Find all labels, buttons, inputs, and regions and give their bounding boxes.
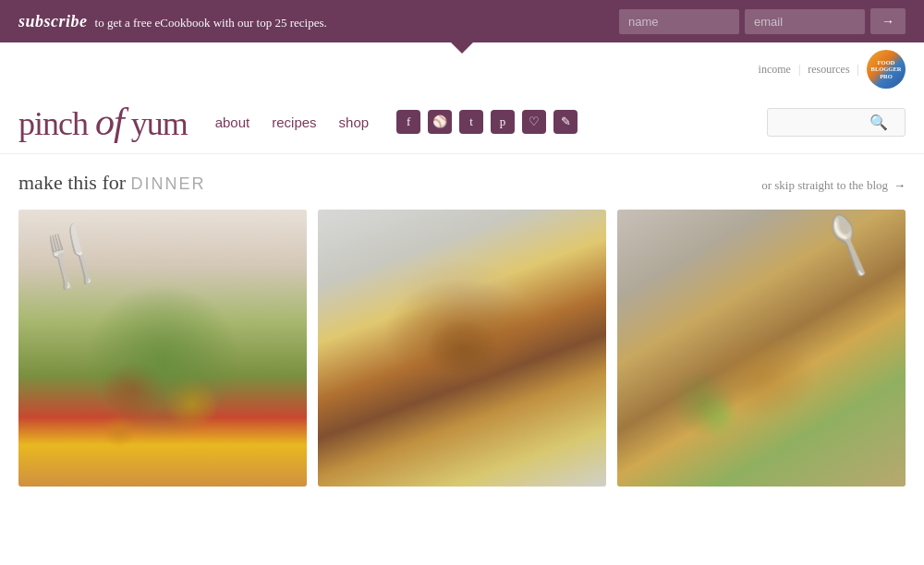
main-header: pinch of yum about recipes shop f ⚾ t p … [0, 96, 924, 154]
about-nav-link[interactable]: about [215, 114, 250, 130]
bloglovin-icon[interactable]: ♡ [522, 110, 546, 134]
main-nav: about recipes shop [215, 114, 369, 130]
spoon-icon: 🥄 [813, 210, 885, 281]
site-logo[interactable]: pinch of yum [18, 100, 188, 144]
feedburner-icon[interactable]: ✎ [553, 110, 578, 134]
subscribe-text: subscribe to get a free eCookbook with o… [18, 12, 327, 31]
dinner-label: DINNER [131, 174, 206, 193]
skip-arrow: → [894, 178, 906, 193]
shop-nav-link[interactable]: shop [339, 114, 370, 130]
make-this-for-banner: make this for DINNER or skip straight to… [18, 171, 906, 195]
food-blogger-pro-badge[interactable]: FOODBLOGGERPRO [867, 50, 906, 89]
nav-divider-1: | [798, 63, 800, 77]
fork-icon: 🍴 [28, 216, 112, 297]
subscribe-keyword: subscribe [18, 12, 88, 31]
resources-link[interactable]: resources [808, 63, 849, 77]
email-input[interactable] [745, 9, 865, 34]
social-icons: f ⚾ t p ♡ ✎ [396, 110, 578, 134]
make-this-for-text: make this for DINNER [18, 171, 206, 195]
subscribe-description: to get a free eCookbook with our top 25 … [95, 16, 327, 30]
search-icon[interactable]: 🔍 [869, 114, 888, 131]
subscribe-bar: subscribe to get a free eCookbook with o… [0, 0, 924, 42]
pinterest-icon[interactable]: p [491, 110, 515, 134]
twitter-icon[interactable]: t [459, 110, 483, 134]
main-content: make this for DINNER or skip straight to… [0, 154, 924, 487]
search-box[interactable]: 🔍 [767, 108, 906, 137]
food-image-noodle-dish: 🥄 [617, 210, 906, 487]
subscribe-form: → [619, 8, 906, 34]
subscribe-bar-chevron [449, 41, 475, 54]
nav-divider-2: | [857, 63, 859, 77]
logo-text: pinch of yum [18, 105, 188, 142]
name-input[interactable] [619, 9, 739, 34]
recipes-nav-link[interactable]: recipes [272, 114, 316, 130]
food-image-zucchini-pasta: 🍴 [18, 210, 307, 487]
food-grid: 🍴 🥄 [18, 210, 906, 487]
make-this-for-prefix: make this for [18, 171, 131, 194]
instagram-icon[interactable]: ⚾ [428, 110, 452, 134]
food-card-1[interactable]: 🍴 [18, 210, 307, 487]
search-input[interactable] [777, 114, 869, 129]
subscribe-submit-button[interactable]: → [870, 8, 906, 34]
skip-text: or skip straight to the blog [761, 178, 888, 193]
facebook-icon[interactable]: f [396, 110, 420, 134]
food-card-3[interactable]: 🥄 [617, 210, 906, 487]
income-link[interactable]: income [759, 63, 791, 77]
skip-to-blog-link[interactable]: or skip straight to the blog → [761, 178, 906, 193]
food-image-burrito [318, 210, 606, 487]
food-card-2[interactable] [318, 210, 606, 487]
